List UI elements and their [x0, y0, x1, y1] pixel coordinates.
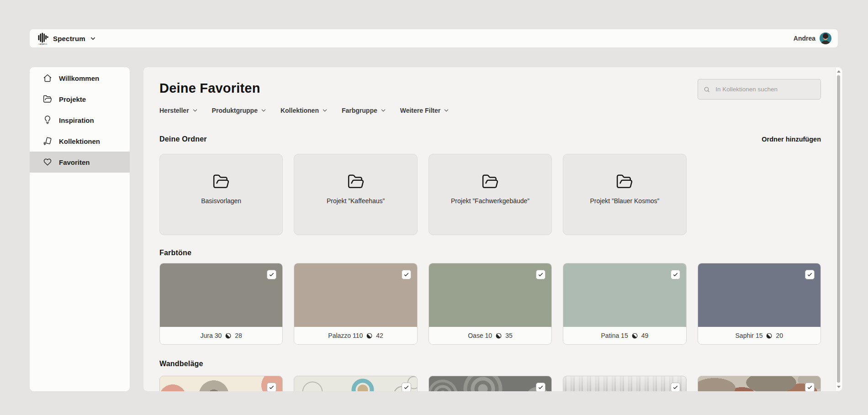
folder-label: Projekt ”Fachwerkgebäude” — [451, 197, 529, 205]
brand-menu[interactable]: CAPAROL Spectrum — [37, 32, 96, 45]
color-swatch — [294, 263, 417, 327]
app-screen: CAPAROL Spectrum Andrea Willkommen Proje… — [0, 0, 868, 415]
color-count: 20 — [776, 332, 783, 339]
sidebar-item-projekte[interactable]: Projekte — [30, 89, 130, 110]
color-name: Palazzo 110 — [328, 332, 363, 339]
add-folder-button[interactable]: Ordner hinzufügen — [762, 136, 821, 143]
folder-label: Projekt ”Blauer Kosmos” — [590, 197, 660, 205]
filter-weitere-filter[interactable]: Weitere Filter — [400, 107, 450, 114]
scroll-up-arrow-icon[interactable] — [837, 70, 841, 73]
sidebar-item-kollektionen[interactable]: Kollektionen — [30, 131, 130, 152]
sidebar-item-willkommen[interactable]: Willkommen — [30, 68, 130, 89]
logo-caption: CAPAROL — [38, 43, 48, 45]
chevron-down-icon — [260, 107, 267, 114]
filter-farbgruppe[interactable]: Farbgruppe — [342, 107, 386, 114]
filter-hersteller[interactable]: Hersteller — [159, 107, 198, 114]
color-card-oase-10[interactable]: Oase 10 35 — [429, 263, 552, 345]
folder-card-blauer-kosmos[interactable]: Projekt ”Blauer Kosmos” — [563, 154, 686, 235]
filter-label: Produktgruppe — [212, 107, 258, 114]
folder-open-icon — [43, 95, 52, 104]
scroll-down-arrow-icon[interactable] — [837, 386, 841, 388]
page-title: Deine Favoriten — [159, 79, 260, 97]
filter-kollektionen[interactable]: Kollektionen — [281, 107, 328, 114]
sidebar-item-favoriten[interactable]: Favoriten — [30, 152, 130, 173]
color-card-footer: Palazzo 110 42 — [294, 327, 417, 344]
checkbox-checked[interactable] — [805, 270, 815, 279]
sidebar: Willkommen Projekte Inspiration Kollekti… — [29, 67, 130, 392]
sidebar-item-label: Favoriten — [59, 158, 90, 166]
checkbox-checked[interactable] — [536, 270, 545, 279]
folders-section-title: Deine Ordner — [159, 135, 207, 143]
color-card-footer: Saphir 15 20 — [698, 327, 820, 344]
folder-open-icon — [616, 173, 633, 190]
search-icon — [704, 86, 710, 93]
wallpaper-grid — [159, 376, 821, 392]
color-card-saphir-15[interactable]: Saphir 15 20 — [698, 263, 821, 345]
wallpaper-card-5[interactable] — [698, 376, 821, 392]
search-input[interactable] — [715, 85, 815, 93]
color-count: 28 — [235, 332, 242, 339]
check-icon — [269, 272, 275, 278]
wallpaper-card-2[interactable] — [294, 376, 417, 392]
checkbox-checked[interactable] — [402, 383, 411, 392]
chevron-down-icon — [322, 107, 328, 114]
page-header: Deine Favoriten — [159, 79, 821, 100]
color-count: 49 — [641, 332, 649, 339]
check-icon — [538, 384, 544, 390]
scrollbar-thumb[interactable] — [837, 75, 840, 383]
vertical-scrollbar[interactable] — [835, 68, 842, 391]
color-card-patina-15[interactable]: Patina 15 49 — [563, 263, 686, 345]
caparol-logo-icon: CAPAROL — [37, 32, 49, 45]
color-swatch — [429, 263, 551, 327]
check-icon — [807, 272, 813, 278]
filter-produktgruppe[interactable]: Produktgruppe — [212, 107, 267, 114]
color-grid: Jura 30 28 Palazzo 110 42 — [159, 263, 821, 345]
avatar[interactable] — [820, 32, 831, 44]
chevron-down-icon — [90, 35, 96, 42]
checkbox-checked[interactable] — [267, 270, 276, 279]
search-box[interactable] — [698, 79, 821, 100]
chevron-down-icon — [192, 107, 198, 114]
color-name: Oase 10 — [468, 332, 492, 339]
folder-card-kaffeehaus[interactable]: Projekt ”Kaffeehaus” — [294, 154, 417, 235]
checkbox-checked[interactable] — [805, 383, 815, 392]
sidebar-item-label: Willkommen — [59, 74, 99, 82]
main-panel: Deine Favoriten Hersteller Produktgruppe… — [143, 67, 843, 392]
swatch-fan-icon — [43, 137, 52, 146]
color-card-footer: Oase 10 35 — [429, 327, 551, 344]
colors-section-header: Farbtöne — [159, 249, 821, 257]
folder-card-fachwerkgebaeude[interactable]: Projekt ”Fachwerkgebäude” — [429, 154, 552, 235]
checkbox-checked[interactable] — [671, 270, 680, 279]
color-count-icon — [495, 332, 502, 339]
filter-label: Weitere Filter — [400, 107, 440, 114]
checkbox-checked[interactable] — [536, 383, 545, 392]
sidebar-item-label: Inspiration — [59, 116, 94, 124]
folder-open-icon — [347, 173, 365, 190]
checkbox-checked[interactable] — [267, 383, 276, 392]
color-name: Patina 15 — [601, 332, 628, 339]
folder-label: Basisvorlagen — [201, 197, 241, 205]
color-count-icon — [631, 332, 638, 339]
wallpaper-card-3[interactable] — [429, 376, 552, 392]
color-name: Jura 30 — [201, 332, 222, 339]
sidebar-item-inspiration[interactable]: Inspiration — [30, 110, 130, 131]
color-card-footer: Patina 15 49 — [563, 327, 686, 344]
brand-name: Spectrum — [53, 35, 85, 42]
folder-open-icon — [482, 173, 499, 190]
checkbox-checked[interactable] — [402, 270, 411, 279]
color-swatch — [698, 263, 820, 327]
sidebar-item-label: Kollektionen — [59, 137, 100, 145]
check-icon — [672, 384, 678, 390]
color-card-palazzo-110[interactable]: Palazzo 110 42 — [294, 263, 417, 345]
user-name: Andrea — [794, 35, 815, 42]
check-icon — [403, 384, 409, 390]
folder-card-basisvorlagen[interactable]: Basisvorlagen — [159, 154, 283, 235]
check-icon — [403, 272, 409, 278]
filter-label: Kollektionen — [281, 107, 319, 114]
wallpaper-card-4[interactable] — [563, 376, 686, 392]
wallpaper-card-1[interactable] — [159, 376, 283, 392]
check-icon — [807, 384, 813, 390]
color-card-jura-30[interactable]: Jura 30 28 — [159, 263, 283, 345]
user-menu[interactable]: Andrea — [794, 32, 831, 44]
checkbox-checked[interactable] — [671, 383, 680, 392]
